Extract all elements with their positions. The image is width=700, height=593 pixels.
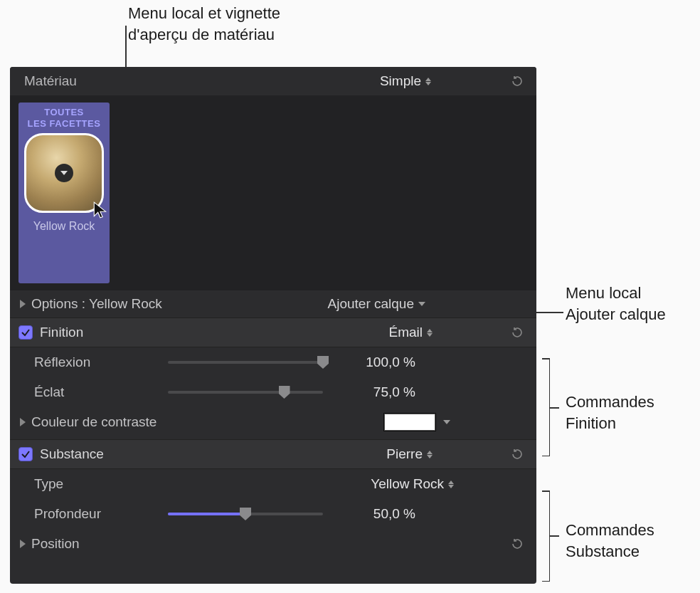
type-label: Type [34, 476, 168, 492]
callout-substance: Commandes Substance [566, 520, 654, 562]
profondeur-label: Profondeur [34, 506, 168, 522]
profondeur-slider[interactable] [168, 513, 323, 515]
mode-popup[interactable]: Simple [380, 73, 431, 89]
contrast-color-well[interactable] [383, 413, 436, 431]
profondeur-row: Profondeur 50,0 % [10, 499, 536, 529]
facets-label: TOUTES LES FACETTES [28, 107, 101, 130]
type-popup[interactable]: Yellow Rock [371, 476, 454, 492]
slider-fill [168, 513, 245, 515]
material-thumbnail-card[interactable]: TOUTES LES FACETTES Yellow Rock [18, 103, 110, 283]
material-inspector-panel: Matériau Simple TOUTES LES FACETTES Yell… [10, 67, 536, 584]
panel-header: Matériau Simple [10, 67, 536, 95]
slider-knob[interactable] [240, 508, 251, 520]
reset-icon[interactable] [509, 325, 525, 340]
callout-preview: Menu local et vignette d'aperçu de matér… [128, 3, 280, 45]
substance-type-popup[interactable]: Pierre [386, 446, 433, 462]
slider-knob[interactable] [317, 356, 329, 369]
substance-section-header: Substance Pierre [10, 439, 536, 469]
bracket-tick [549, 407, 559, 409]
finition-type-value: Émail [388, 325, 423, 340]
callout-add-layer: Menu local Ajouter calque [566, 283, 666, 325]
reflexion-value[interactable]: 100,0 % [337, 355, 415, 370]
reflexion-row: Réflexion 100,0 % [10, 347, 536, 377]
finition-label: Finition [40, 325, 83, 340]
finition-type-popup[interactable]: Émail [388, 325, 433, 340]
reset-icon[interactable] [509, 73, 525, 89]
disclosure-triangle-icon[interactable] [20, 418, 26, 426]
add-layer-label: Ajouter calque [328, 296, 414, 312]
type-row: Type Yellow Rock [10, 469, 536, 499]
reset-icon[interactable] [509, 446, 525, 462]
updown-icon [448, 481, 454, 488]
profondeur-value[interactable]: 50,0 % [337, 506, 415, 522]
eclat-row: Éclat 75,0 % [10, 377, 536, 407]
reset-icon[interactable] [509, 536, 525, 552]
cursor-icon [92, 201, 110, 219]
chevron-down-icon [418, 302, 425, 306]
finition-section-header: Finition Émail [10, 318, 536, 347]
type-value: Yellow Rock [371, 476, 444, 492]
position-row: Position [10, 529, 536, 559]
bracket-tick [549, 535, 559, 537]
reflexion-slider[interactable] [168, 361, 323, 364]
material-preview-area: TOUTES LES FACETTES Yellow Rock [10, 95, 536, 290]
material-name-label: Yellow Rock [33, 220, 95, 233]
callout-finition: Commandes Finition [566, 392, 654, 434]
position-label: Position [31, 536, 179, 552]
disclosure-triangle-icon[interactable] [20, 300, 26, 308]
eclat-value[interactable]: 75,0 % [337, 384, 415, 400]
contrast-color-label: Couleur de contraste [31, 414, 179, 430]
panel-title: Matériau [24, 73, 77, 89]
eclat-label: Éclat [34, 384, 168, 400]
callout-finition-text: Commandes Finition [566, 393, 654, 432]
mode-label: Simple [380, 73, 421, 89]
finition-checkbox[interactable] [18, 325, 33, 340]
substance-label: Substance [40, 446, 104, 462]
substance-value: Pierre [386, 446, 423, 462]
disclosure-triangle-icon[interactable] [20, 540, 26, 548]
add-layer-popup[interactable]: Ajouter calque [328, 296, 425, 312]
eclat-slider[interactable] [168, 391, 323, 394]
chevron-down-icon[interactable] [443, 420, 450, 424]
options-row: Options : Yellow Rock Ajouter calque [10, 290, 536, 318]
material-thumbnail[interactable] [24, 133, 104, 213]
substance-checkbox[interactable] [18, 447, 33, 461]
options-label: Options : Yellow Rock [31, 296, 162, 312]
chevron-down-icon [55, 164, 73, 182]
callout-add-layer-text: Menu local Ajouter calque [566, 284, 666, 323]
updown-icon [425, 78, 431, 85]
updown-icon [427, 451, 433, 458]
slider-knob[interactable] [279, 386, 290, 399]
updown-icon [427, 329, 433, 337]
callout-preview-text: Menu local et vignette d'aperçu de matér… [128, 4, 280, 43]
reflexion-label: Réflexion [34, 355, 168, 370]
contrast-color-row: Couleur de contraste [10, 407, 536, 437]
callout-substance-text: Commandes Substance [566, 521, 654, 560]
